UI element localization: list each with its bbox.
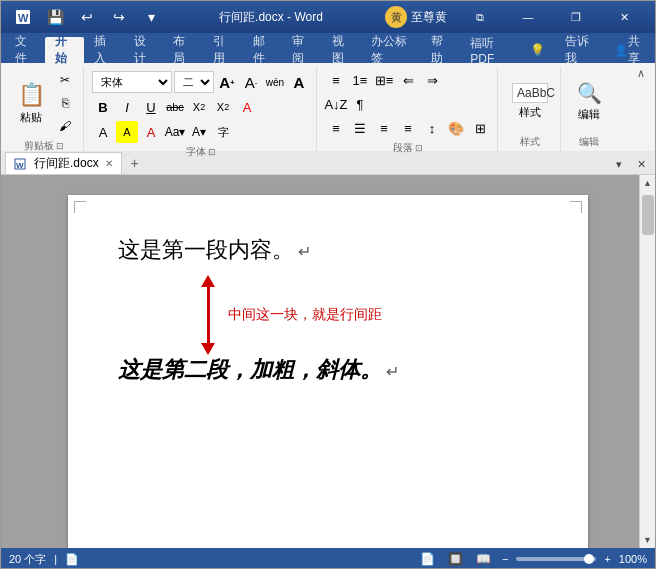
font-label: 字体 ⊡	[186, 145, 216, 159]
customize-btn[interactable]: ▾	[137, 3, 165, 31]
decrease-indent-btn[interactable]: ⇐	[397, 69, 419, 91]
tab-view[interactable]: 视图	[322, 37, 362, 63]
zoom-plus-btn[interactable]: +	[604, 553, 610, 565]
font-size-down-btn[interactable]: A-	[240, 71, 262, 93]
cut-btn[interactable]: ✂	[53, 69, 77, 91]
corner-tl	[74, 201, 86, 213]
border-btn[interactable]: ⊞	[469, 117, 491, 139]
tab-layout[interactable]: 布局	[163, 37, 203, 63]
char-spacing-btn[interactable]: 字	[212, 121, 234, 143]
tab-review[interactable]: 审阅	[282, 37, 322, 63]
tab-design[interactable]: 设计	[124, 37, 164, 63]
view-web-btn[interactable]: 🔲	[446, 551, 466, 567]
minimize-btn[interactable]: —	[505, 1, 551, 33]
tab-tell-me[interactable]: 告诉我	[555, 37, 604, 63]
styles-btn[interactable]: AaBbC 样式	[506, 71, 554, 131]
view-print-btn[interactable]: 📄	[418, 551, 438, 567]
tab-share[interactable]: 👤 共享	[604, 37, 655, 63]
format-painter-btn[interactable]: 🖌	[53, 115, 77, 137]
font-size-alt-btn[interactable]: Aa▾	[164, 121, 186, 143]
undo-btn[interactable]: ↩	[73, 3, 101, 31]
align-right-btn[interactable]: ≡	[373, 117, 395, 139]
font-size-up-btn[interactable]: A+	[216, 71, 238, 93]
document-scroll[interactable]: 这是第一段内容。 ↵ 中间这一块，就是行间距 这是第二段，加粗	[1, 175, 655, 548]
tab-search-icon[interactable]: 💡	[520, 37, 555, 63]
close-tab-btn[interactable]: ✕	[105, 158, 113, 169]
team-btn[interactable]: ⧉	[457, 1, 503, 33]
bold-btn[interactable]: B	[92, 96, 114, 118]
tab-file[interactable]: 文件	[5, 37, 45, 63]
multilevel-btn[interactable]: ⊞≡	[373, 69, 395, 91]
zoom-minus-btn[interactable]: −	[502, 553, 508, 565]
ribbon-content: 📋 粘贴 ✂ ⎘ 🖌 剪贴板 ⊡	[1, 63, 655, 151]
ribbon-collapse-btn[interactable]: ∧	[631, 63, 651, 83]
italic-btn[interactable]: I	[116, 96, 138, 118]
editing-btn[interactable]: 🔍 编辑	[569, 71, 609, 131]
view-read-btn[interactable]: 📖	[474, 551, 494, 567]
tab-office-tag[interactable]: 办公标签	[361, 37, 420, 63]
line-spacing-btn[interactable]: ↕	[421, 117, 443, 139]
align-left-btn[interactable]: ≡	[325, 117, 347, 139]
bullets-btn[interactable]: ≡	[325, 69, 347, 91]
shading-btn[interactable]: 🎨	[445, 117, 467, 139]
arrow-head-up	[201, 275, 215, 287]
strikethrough-btn[interactable]: abc	[164, 96, 186, 118]
maximize-btn[interactable]: ❐	[553, 1, 599, 33]
sort-btn[interactable]: A↓Z	[325, 93, 347, 115]
highlight-btn[interactable]: A	[236, 96, 258, 118]
font-size-select[interactable]: 二号	[174, 71, 214, 93]
scroll-up-btn[interactable]: ▲	[640, 175, 656, 191]
increase-indent-btn[interactable]: ⇒	[421, 69, 443, 91]
para-mark-2: ↵	[382, 363, 399, 380]
styles-group: AaBbC 样式 样式	[500, 67, 561, 151]
page-info: 📄	[65, 553, 79, 566]
subscript-btn[interactable]: X2	[188, 96, 210, 118]
uppercase-btn[interactable]: A	[288, 71, 310, 93]
new-tab-btn[interactable]: +	[124, 152, 146, 174]
paragraph-buttons: ≡ 1≡ ⊞≡ ⇐ ⇒ A↓Z ¶ ≡ ☰	[325, 69, 491, 139]
redo-btn[interactable]: ↪	[105, 3, 133, 31]
scroll-thumb[interactable]	[642, 195, 654, 235]
tab-insert[interactable]: 插入	[84, 37, 124, 63]
tab-pdf[interactable]: 福听PDF	[460, 37, 519, 63]
text-effect-btn[interactable]: A	[140, 121, 162, 143]
justify-btn[interactable]: ≡	[397, 117, 419, 139]
tab-mailings[interactable]: 邮件	[243, 37, 283, 63]
annotation-text: 中间这一块，就是行间距	[228, 306, 382, 324]
user-avatar: 黄	[385, 6, 407, 28]
clear-format-btn[interactable]: A▾	[188, 121, 210, 143]
copy-btn[interactable]: ⎘	[53, 92, 77, 114]
highlight-color-btn[interactable]: A	[116, 121, 138, 143]
paste-btn[interactable]: 📋 粘贴	[11, 73, 51, 133]
window-controls: 黄 至尊黄 ⧉ — ❐ ✕	[377, 1, 647, 33]
annotation-arrow	[198, 275, 218, 355]
font-color-btn[interactable]: A	[92, 121, 114, 143]
status-bar: 20 个字 | 📄 📄 🔲 📖 − + 100%	[1, 548, 655, 569]
word-count: 20 个字	[9, 552, 46, 567]
paragraph-group: ≡ 1≡ ⊞≡ ⇐ ⇒ A↓Z ¶ ≡ ☰	[319, 67, 498, 151]
save-btn[interactable]: 💾	[41, 3, 69, 31]
tab-help[interactable]: 帮助	[421, 37, 461, 63]
tab-references[interactable]: 引用	[203, 37, 243, 63]
underline-btn[interactable]: U	[140, 96, 162, 118]
scroll-down-btn[interactable]: ▼	[640, 532, 656, 548]
doc-tab-active[interactable]: W 行间距.docx ✕	[5, 152, 122, 174]
align-center-btn[interactable]: ☰	[349, 117, 371, 139]
superscript-btn[interactable]: X2	[212, 96, 234, 118]
window-title: 行间距.docx - Word	[165, 9, 377, 26]
para-mark-1: ↵	[294, 243, 311, 260]
numbering-btn[interactable]: 1≡	[349, 69, 371, 91]
user-area[interactable]: 黄 至尊黄	[377, 1, 455, 33]
font-name-select[interactable]: 宋体	[92, 71, 172, 93]
close-doc-btn[interactable]: ✕	[631, 154, 651, 174]
scroll-ribbon-down-btn[interactable]: ▾	[609, 154, 629, 174]
zoom-slider[interactable]	[516, 557, 596, 561]
tab-home[interactable]: 开始	[45, 37, 85, 63]
clipboard-label: 剪贴板 ⊡	[24, 139, 64, 153]
close-btn[interactable]: ✕	[601, 1, 647, 33]
font-group: 宋体 二号 A+ A- wén A B I U abc	[86, 67, 317, 151]
arrow-shaft	[207, 287, 210, 343]
phonetic-btn[interactable]: wén	[264, 71, 286, 93]
document-area: 这是第一段内容。 ↵ 中间这一块，就是行间距 这是第二段，加粗	[1, 175, 655, 548]
show-marks-btn[interactable]: ¶	[349, 93, 371, 115]
